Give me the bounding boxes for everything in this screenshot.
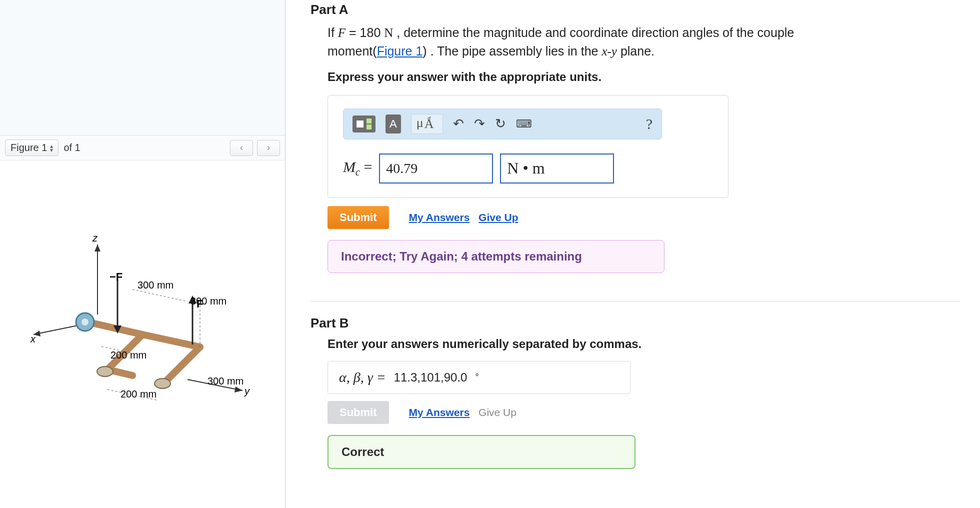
units-input[interactable]: N • m [500,154,614,184]
mc-eq: = [360,158,372,175]
partA-answer-box: A μÅ ∘ ↶ ↷ ↻ ⌨ ? Mc = N • m [328,95,728,198]
partB-title: Part B [310,316,960,331]
svg-line-20 [132,290,188,302]
figure-count: of 1 [64,142,80,154]
figure-diagram: x z y [28,230,258,440]
partA-button-row: Submit My Answers Give Up [328,206,960,229]
figure-nav: ‹ › [230,140,280,156]
angles-value: 11.3,101,90.0 [394,370,468,384]
svg-point-11 [97,366,113,376]
equation-toolbar: A μÅ ∘ ↶ ↷ ↻ ⌨ ? [343,108,662,140]
svg-marker-3 [94,244,100,252]
next-figure-button[interactable]: › [257,140,280,156]
var-F: F [338,26,346,40]
figure-body: x z y [0,160,285,508]
figure-label: Figure 1 [10,142,47,154]
svg-line-8 [142,334,200,347]
svg-marker-5 [234,386,242,392]
axis-z: z [92,232,98,244]
template-tool-button[interactable] [352,116,376,132]
partB-feedback: Correct [328,435,636,469]
template-tool-button-2[interactable]: A [386,114,401,134]
stepper-icon: ▴▾ [50,144,53,152]
figure-link[interactable]: Figure 1 [377,44,423,58]
partA-prompt: If F = 180 N , determine the magnitude a… [328,24,878,61]
partA-my-answers-link[interactable]: My Answers [409,212,470,223]
page-root: Figure 1 ▴▾ of 1 ‹ › x z y [0,0,980,508]
partB-give-up-text: Give Up [478,406,516,418]
partA-give-up-link[interactable]: Give Up [478,212,518,223]
section-divider [310,301,960,302]
degree-symbol: ° [475,372,478,382]
svg-point-12 [154,378,170,388]
t: If [328,26,338,40]
axis-x: x [30,334,36,344]
partA-instruction: Express your answer with the appropriate… [328,70,960,84]
svg-line-0 [34,324,82,334]
units-text: N • m [507,159,544,178]
figure-header: Figure 1 ▴▾ of 1 ‹ › [0,136,285,160]
partA-equation-row: Mc = N • m [343,154,713,184]
partB-button-row: Submit My Answers Give Up [328,401,960,424]
left-spacer [0,0,285,136]
dim-300a: 300 mm [138,280,174,290]
figure-selector[interactable]: Figure 1 ▴▾ [5,140,58,156]
dim-300b: 300 mm [190,296,226,306]
partA-feedback: Incorrect; Try Again; 4 attempts remaini… [328,240,664,273]
units-tool-button[interactable]: μÅ ∘ [411,114,444,134]
dim-200a: 200 mm [110,350,146,360]
t: = 180 [346,26,384,40]
unit-N: N [384,26,393,40]
reset-icon[interactable]: ↻ [495,116,506,132]
magnitude-input[interactable] [379,154,493,184]
dim-200b: 200 mm [120,388,156,400]
partA-submit-button[interactable]: Submit [328,206,389,229]
format-icon: A [390,118,397,130]
help-icon[interactable]: ? [646,116,652,132]
keyboard-icon[interactable]: ⌨ [516,118,532,130]
content-panel: Part A If F = 180 N , determine the magn… [286,0,980,508]
t: ) . The pipe assembly lies in the [422,44,602,58]
mc-sub: c [356,166,360,178]
svg-line-9 [165,347,200,382]
partB-submit-button: Submit [328,401,389,424]
svg-point-14 [82,318,88,326]
mc-M: M [343,158,356,175]
figure-panel: Figure 1 ▴▾ of 1 ‹ › x z y [0,0,286,508]
var-xy: x-y [602,44,617,58]
t: plane. [617,44,654,58]
undo-icon[interactable]: ↶ [453,116,464,132]
axis-y: y [244,386,250,396]
partB-instruction: Enter your answers numerically separated… [328,337,960,351]
partA-title: Part A [310,2,960,18]
force-neg-label: −F [110,270,122,283]
prev-figure-button[interactable]: ‹ [230,140,253,156]
mc-label: Mc = [343,158,372,178]
dim-300c: 300 mm [208,376,244,386]
partB-my-answers-link[interactable]: My Answers [409,406,470,418]
redo-icon[interactable]: ↷ [474,116,485,132]
partB-answer-box: α, β, γ = 11.3,101,90.0 ° [328,361,630,394]
angles-label: α, β, γ = [339,370,386,386]
